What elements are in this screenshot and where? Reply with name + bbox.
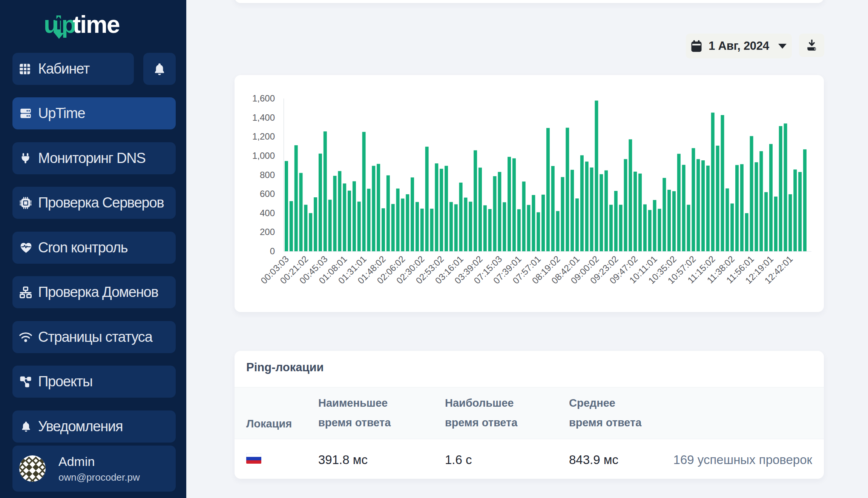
svg-text:1,000: 1,000 (252, 151, 275, 161)
svg-text:400: 400 (260, 208, 275, 218)
svg-text:1,400: 1,400 (252, 112, 275, 123)
svg-text:1,200: 1,200 (252, 131, 275, 141)
svg-text:1,600: 1,600 (252, 93, 275, 103)
svg-text:0: 0 (270, 246, 275, 256)
svg-text:600: 600 (260, 189, 275, 199)
svg-text:200: 200 (260, 227, 275, 237)
svg-text:800: 800 (260, 170, 275, 180)
